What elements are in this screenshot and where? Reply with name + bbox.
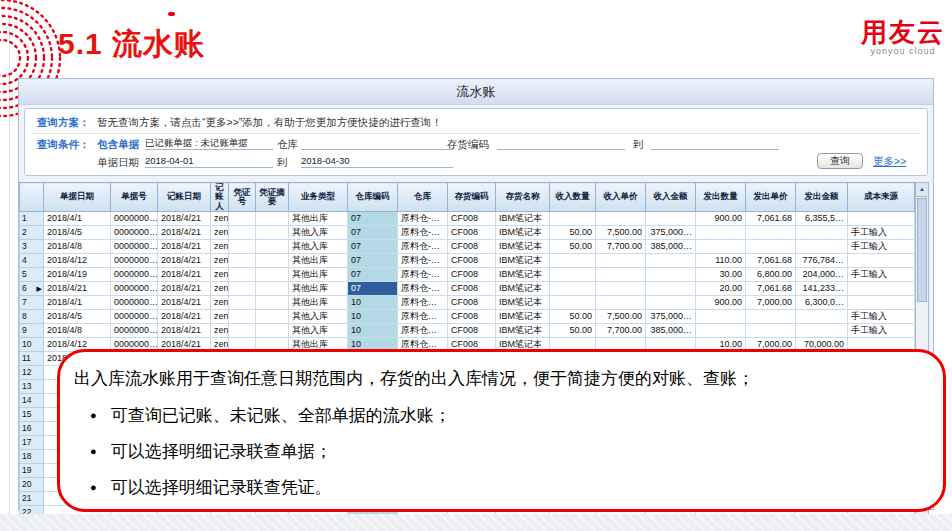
table-cell[interactable]: CF008: [448, 310, 496, 324]
table-cell[interactable]: 0000000…: [111, 240, 158, 254]
table-cell[interactable]: [229, 296, 256, 310]
table-cell[interactable]: 50.00: [550, 240, 596, 254]
table-cell[interactable]: 手工输入: [848, 310, 915, 324]
table-cell[interactable]: [696, 240, 746, 254]
scroll-up-icon[interactable]: ▲: [916, 183, 928, 197]
table-cell[interactable]: 2018/4/21: [158, 324, 211, 338]
table-cell[interactable]: 141,233…: [796, 282, 848, 296]
table-cell[interactable]: 2018/4/21: [158, 254, 211, 268]
table-cell[interactable]: 50.00: [550, 310, 596, 324]
table-cell[interactable]: [229, 226, 256, 240]
row-number[interactable]: 20: [20, 478, 44, 492]
table-cell[interactable]: 07: [348, 226, 398, 240]
table-cell[interactable]: CF008: [448, 296, 496, 310]
table-cell[interactable]: [746, 226, 796, 240]
table-cell[interactable]: [646, 268, 696, 282]
inventory-to-input[interactable]: [651, 137, 779, 150]
table-cell[interactable]: CF008: [448, 240, 496, 254]
table-cell[interactable]: [229, 268, 256, 282]
table-cell[interactable]: IBM笔记本: [496, 282, 550, 296]
table-cell[interactable]: 204,000…: [796, 268, 848, 282]
table-cell[interactable]: [796, 226, 848, 240]
table-cell[interactable]: zen: [211, 282, 229, 296]
table-cell[interactable]: 原料仓-…: [398, 212, 448, 226]
table-cell[interactable]: 10: [348, 310, 398, 324]
table-cell[interactable]: [848, 282, 915, 296]
table-cell[interactable]: 30.00: [696, 268, 746, 282]
table-cell[interactable]: 776,784…: [796, 254, 848, 268]
table-cell[interactable]: [848, 212, 915, 226]
table-cell[interactable]: 手工输入: [848, 268, 915, 282]
table-cell[interactable]: 其他出库: [289, 282, 348, 296]
row-number[interactable]: 4: [20, 254, 44, 268]
table-cell[interactable]: CF008: [448, 324, 496, 338]
table-cell[interactable]: [256, 254, 289, 268]
table-cell[interactable]: [848, 254, 915, 268]
table-cell[interactable]: IBM笔记本: [496, 268, 550, 282]
table-cell[interactable]: 0000000…: [111, 226, 158, 240]
table-cell[interactable]: [229, 254, 256, 268]
row-number[interactable]: 3: [20, 240, 44, 254]
table-cell[interactable]: 手工输入: [848, 240, 915, 254]
table-cell[interactable]: 原料仓-…: [398, 268, 448, 282]
table-cell[interactable]: [796, 324, 848, 338]
table-cell[interactable]: 07: [348, 240, 398, 254]
row-number[interactable]: 7: [20, 296, 44, 310]
search-button[interactable]: 查询: [817, 153, 863, 169]
table-cell[interactable]: 其他出库: [289, 296, 348, 310]
table-cell[interactable]: 2018/4/1: [44, 212, 111, 226]
table-cell[interactable]: 6,355,5…: [796, 212, 848, 226]
table-cell[interactable]: [550, 296, 596, 310]
table-cell[interactable]: CF008: [448, 212, 496, 226]
table-cell[interactable]: 0000000…: [111, 324, 158, 338]
row-number[interactable]: 17: [20, 436, 44, 450]
table-cell[interactable]: 手工输入: [848, 226, 915, 240]
table-cell[interactable]: zen: [211, 296, 229, 310]
table-cell[interactable]: 50.00: [550, 226, 596, 240]
table-cell[interactable]: 原料仓…: [398, 324, 448, 338]
table-cell[interactable]: IBM笔记本: [496, 254, 550, 268]
table-cell[interactable]: [796, 310, 848, 324]
table-cell[interactable]: 其他出库: [289, 268, 348, 282]
table-cell[interactable]: 原料仓-…: [398, 282, 448, 296]
row-number[interactable]: 1: [20, 212, 44, 226]
table-cell[interactable]: zen: [211, 254, 229, 268]
row-number[interactable]: 6▶: [20, 282, 44, 296]
table-cell[interactable]: 07: [348, 254, 398, 268]
table-cell[interactable]: 其他入库: [289, 324, 348, 338]
table-cell[interactable]: 10: [348, 324, 398, 338]
table-cell[interactable]: 0000000…: [111, 268, 158, 282]
table-cell[interactable]: [746, 324, 796, 338]
table-cell[interactable]: [596, 282, 646, 296]
row-number[interactable]: 11: [20, 352, 44, 366]
table-cell[interactable]: [256, 240, 289, 254]
table-cell[interactable]: [596, 254, 646, 268]
row-number[interactable]: 8: [20, 310, 44, 324]
table-cell[interactable]: 2018/4/8: [44, 240, 111, 254]
table-cell[interactable]: 385,000…: [646, 240, 696, 254]
table-cell[interactable]: [746, 310, 796, 324]
table-cell[interactable]: [229, 240, 256, 254]
table-cell[interactable]: [256, 226, 289, 240]
table-cell[interactable]: 7,500.00: [596, 226, 646, 240]
table-cell[interactable]: [229, 310, 256, 324]
table-cell[interactable]: 2018/4/21: [158, 240, 211, 254]
table-cell[interactable]: 手工输入: [848, 324, 915, 338]
table-cell[interactable]: 7,700.00: [596, 240, 646, 254]
table-cell[interactable]: 2018/4/5: [44, 310, 111, 324]
table-cell[interactable]: [256, 212, 289, 226]
table-cell[interactable]: [746, 240, 796, 254]
table-cell[interactable]: zen: [211, 226, 229, 240]
table-cell[interactable]: 2018/4/21: [158, 212, 211, 226]
table-cell[interactable]: [848, 296, 915, 310]
table-cell[interactable]: IBM笔记本: [496, 310, 550, 324]
table-cell[interactable]: [646, 254, 696, 268]
table-cell[interactable]: zen: [211, 240, 229, 254]
table-cell[interactable]: 375,000…: [646, 310, 696, 324]
table-cell[interactable]: 110.00: [696, 254, 746, 268]
date-to-input[interactable]: 2018-04-30: [301, 155, 453, 168]
table-cell[interactable]: 07: [348, 282, 398, 296]
table-cell[interactable]: [696, 226, 746, 240]
row-number[interactable]: 15: [20, 408, 44, 422]
table-cell[interactable]: [596, 296, 646, 310]
